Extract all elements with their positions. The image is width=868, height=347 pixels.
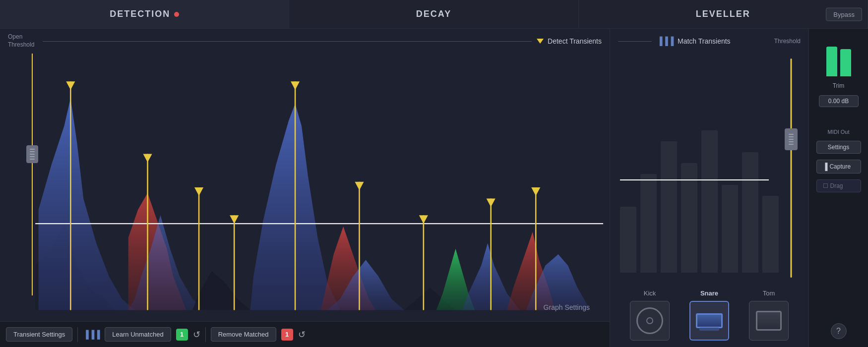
- bg-bar-3: [661, 141, 677, 273]
- kick-inner-circle: [646, 317, 653, 324]
- threshold-line: [43, 41, 532, 42]
- bypass-button[interactable]: Bypass: [826, 7, 862, 21]
- snare-instrument: Snare: [689, 289, 729, 341]
- leveller-background-bars: [610, 54, 808, 283]
- meter-bar-left: [826, 47, 837, 76]
- kick-instrument: Kick: [630, 289, 670, 341]
- bg-bar-6: [722, 185, 738, 273]
- bars-icon: ▐▐▐: [657, 37, 674, 46]
- remove-undo-icon[interactable]: ↺: [298, 329, 306, 340]
- right-sidebar: Trim 0.00 dB MIDI Out Settings ▐ Capture…: [808, 29, 868, 347]
- bg-bar-5: [701, 130, 718, 273]
- transient-settings-button[interactable]: Transient Settings: [6, 327, 72, 342]
- svg-marker-17: [143, 154, 152, 163]
- svg-marker-4: [192, 271, 250, 310]
- threshold-label: Threshold: [774, 38, 801, 45]
- separator-2: [205, 327, 206, 342]
- bg-bar-2: [640, 174, 657, 273]
- main-container: DETECTION DECAY LEVELLER Bypass Open Thr…: [0, 0, 868, 347]
- leveller-threshold-line: [620, 179, 769, 180]
- svg-marker-21: [230, 215, 239, 224]
- leveller-panel: ▐▐▐ Match Transients Threshold: [610, 29, 808, 347]
- waveform-svg: [0, 54, 610, 321]
- capture-button[interactable]: ▐ Capture: [816, 160, 861, 174]
- svg-marker-25: [355, 182, 364, 190]
- open-threshold-label: Open Threshold: [8, 33, 38, 49]
- svg-marker-19: [194, 187, 203, 196]
- leveller-top-bar: ▐▐▐ Match Transients Threshold: [610, 29, 808, 54]
- triangle-down-icon: [537, 39, 544, 44]
- recording-indicator: [174, 12, 179, 17]
- snare-icon: [696, 313, 723, 328]
- meter-bar-right: [840, 49, 851, 76]
- svg-marker-3: [109, 215, 205, 310]
- instruments-section: Kick Snare Tom: [610, 283, 808, 347]
- svg-marker-27: [419, 215, 428, 224]
- kick-button[interactable]: [630, 301, 670, 341]
- trim-label: Trim: [833, 82, 845, 89]
- match-transients-button[interactable]: ▐▐▐ Match Transients: [657, 37, 731, 46]
- bottom-toolbar: Transient Settings ▐▐▐ Learn Unmatched 1…: [0, 321, 610, 347]
- help-button[interactable]: ?: [831, 323, 847, 339]
- left-threshold-slider[interactable]: [25, 54, 40, 295]
- trim-meters: [826, 37, 851, 76]
- learn-bars-icon: ▐▐▐: [83, 330, 100, 339]
- threshold-handle[interactable]: [26, 145, 38, 163]
- tab-leveller[interactable]: LEVELLER: [579, 0, 868, 28]
- tom-icon: [756, 311, 782, 331]
- snare-label: Snare: [700, 289, 718, 297]
- kick-label: Kick: [644, 289, 656, 297]
- svg-marker-15: [66, 81, 75, 90]
- match-line: [618, 41, 652, 42]
- bg-bar-7: [742, 152, 758, 273]
- learn-undo-icon[interactable]: ↺: [193, 329, 200, 340]
- snare-button[interactable]: [689, 301, 729, 341]
- waveform-area: Graph Settings: [0, 54, 610, 321]
- tom-instrument: Tom: [749, 289, 789, 341]
- leveller-threshold-slider[interactable]: [784, 58, 799, 278]
- tab-detection[interactable]: DETECTION: [0, 0, 289, 28]
- tabs-header: DETECTION DECAY LEVELLER Bypass: [0, 0, 868, 29]
- tom-button[interactable]: [749, 301, 789, 341]
- svg-marker-23: [291, 81, 300, 90]
- svg-marker-29: [487, 199, 496, 207]
- kick-icon: [636, 307, 663, 334]
- learn-count-badge: 1: [176, 329, 188, 341]
- remove-count-badge: 1: [281, 329, 293, 341]
- detect-transients-button[interactable]: Detect Transients: [537, 37, 602, 45]
- midi-out-label: MIDI Out: [827, 129, 849, 135]
- tom-label: Tom: [763, 289, 775, 297]
- trim-value[interactable]: 0.00 dB: [819, 95, 859, 107]
- leveller-handle[interactable]: [785, 128, 798, 150]
- learn-unmatched-button[interactable]: Learn Unmatched: [105, 327, 171, 342]
- detection-label: DETECTION: [110, 9, 170, 19]
- svg-marker-1: [39, 98, 135, 310]
- capture-icon: ▐: [823, 163, 828, 171]
- drag-icon: ☐: [823, 182, 828, 189]
- drag-button: ☐ Drag: [816, 179, 861, 192]
- tab-decay[interactable]: DECAY: [289, 0, 578, 28]
- detection-panel: Open Threshold Detect Transients: [0, 29, 610, 347]
- graph-settings-label[interactable]: Graph Settings: [544, 303, 590, 311]
- bg-bar-8: [762, 196, 779, 273]
- bg-bar-1: [620, 207, 636, 273]
- svg-marker-31: [531, 187, 540, 196]
- separator-1: [77, 327, 78, 342]
- remove-matched-button[interactable]: Remove Matched: [211, 327, 276, 342]
- leveller-main: [610, 54, 808, 283]
- midi-settings-button[interactable]: Settings: [816, 141, 861, 154]
- content-area: Open Threshold Detect Transients: [0, 29, 868, 347]
- detection-top-bar: Open Threshold Detect Transients: [0, 29, 610, 54]
